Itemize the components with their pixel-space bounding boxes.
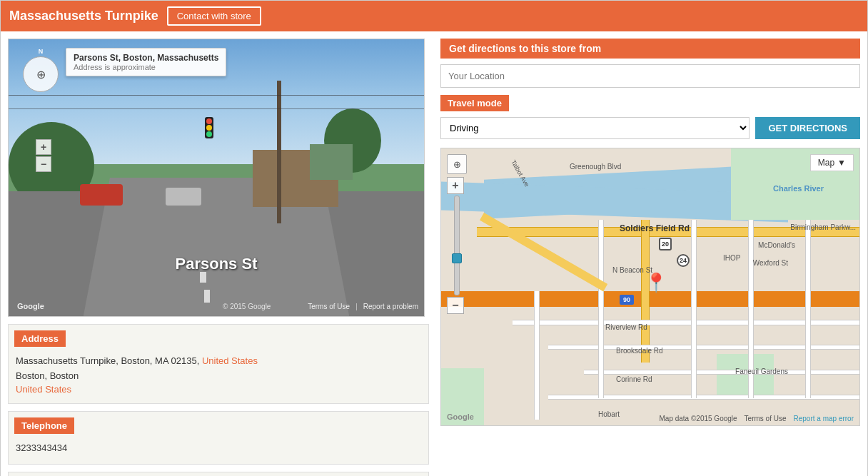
sv-report-link[interactable]: Report a problem: [363, 303, 418, 310]
map-route-24: 24: [677, 254, 690, 267]
map-label-riverview: Riverview Rd: [605, 323, 647, 331]
contact-store-button[interactable]: Contact with store: [167, 6, 261, 26]
right-panel: Get directions to this store from Travel…: [429, 39, 860, 476]
map-label-ihop: IHOP: [723, 254, 740, 262]
main-layout: Parsons St N ⊕ + − Parsons St, Boston, M…: [1, 31, 867, 476]
sv-car: [80, 184, 123, 206]
sv-tooltip-sub: Address is approximate: [74, 63, 218, 71]
map-terms-link[interactable]: Terms of Use: [745, 415, 787, 422]
map-road-v5: [534, 291, 540, 420]
page-title: Massachusetts Turnpike: [9, 9, 158, 24]
map-type-label: Map: [818, 158, 834, 168]
map-type-chevron: ▼: [837, 158, 846, 168]
email-section: [8, 472, 429, 476]
sv-north-label: N: [23, 48, 59, 55]
travel-mode-select[interactable]: Driving Walking Bicycling Transit: [440, 117, 750, 139]
address-line-2: Boston, Boston: [16, 369, 421, 384]
map-road-2: [548, 345, 859, 350]
streetview-container: Parsons St N ⊕ + − Parsons St, Boston, M…: [8, 39, 425, 317]
road-mark-1: [204, 290, 210, 303]
map-type-button[interactable]: Map ▼: [810, 154, 854, 171]
map-zoom-in-btn[interactable]: +: [447, 177, 464, 194]
page-wrapper: Massachusetts Turnpike Contact with stor…: [0, 0, 868, 476]
address-country-link[interactable]: United States: [202, 355, 258, 366]
map-label-mcdonalds: McDonald's: [758, 241, 795, 249]
sv-pole: [277, 81, 281, 223]
map-report-link[interactable]: Report a map error: [794, 415, 854, 422]
address-section-label: Address: [14, 330, 66, 347]
travel-mode-row: Driving Walking Bicycling Transit GET DI…: [440, 117, 860, 139]
map-zoom-controls: ⊕ + −: [447, 154, 467, 314]
map-data-label: Map data ©2015 Google: [659, 415, 737, 422]
map-container[interactable]: Greenough Blvd Charles River Soldiers Fi…: [440, 148, 860, 426]
left-panel: Parsons St N ⊕ + − Parsons St, Boston, M…: [8, 39, 429, 476]
sv-light-red: [206, 118, 212, 124]
map-road-4: [548, 395, 859, 400]
map-slider-handle[interactable]: [452, 253, 462, 263]
address-section: Address Massachusetts Turnpike, Boston, …: [8, 324, 429, 404]
map-road-3: [584, 370, 859, 375]
sv-wire-2: [9, 108, 424, 109]
map-road-v4: [805, 220, 811, 398]
sv-google-logo: Google: [17, 302, 44, 310]
address-content: Massachusetts Turnpike, Boston, MA 02135…: [9, 353, 428, 403]
map-label-corinne: Corinne Rd: [616, 375, 652, 383]
map-route-20: 20: [659, 238, 672, 250]
sv-address-tooltip: Parsons St, Boston, Massachusetts Addres…: [66, 48, 226, 76]
road-mark-2: [200, 272, 206, 283]
sv-copyright: © 2015 Google: [223, 303, 271, 310]
sv-building-2: [310, 144, 353, 180]
sv-tooltip-title: Parsons St, Boston, Massachusetts: [74, 53, 218, 63]
sv-zoom-in-btn[interactable]: +: [36, 139, 51, 155]
get-directions-button[interactable]: GET DIRECTIONS: [755, 117, 860, 139]
map-label-wexford: Wexford St: [753, 259, 788, 267]
map-label-hobart: Hobart: [598, 410, 620, 418]
telephone-content: 3233343434: [9, 440, 428, 465]
sv-footer-links: Terms of Use | Report a problem: [308, 303, 418, 310]
sv-car-2: [166, 188, 201, 206]
sv-zoom-out-btn[interactable]: −: [36, 156, 51, 172]
sv-separator-1: |: [355, 303, 358, 310]
address-line1-text: Massachusetts Turnpike, Boston, MA 02135…: [16, 355, 199, 366]
map-road-v2: [691, 220, 697, 398]
map-label-charles: Charles River: [773, 184, 824, 193]
map-label-soldiers: Soldiers Field Rd: [620, 223, 690, 233]
travel-mode-label: Travel mode: [440, 95, 509, 111]
sv-light-yellow: [206, 125, 212, 131]
sv-street-label: Parsons St: [176, 255, 258, 273]
sv-zoom-controls: + −: [36, 139, 51, 172]
sv-traffic-light: [205, 117, 213, 138]
map-label-greenough: Greenough Blvd: [570, 163, 621, 171]
sv-terms-link[interactable]: Terms of Use: [308, 303, 350, 310]
map-road-v1: [598, 220, 604, 398]
map-label-birmingham: Birmingham Parkw...: [790, 223, 856, 231]
address-line-1: Massachusetts Turnpike, Boston, MA 02135…: [16, 354, 421, 369]
header: Massachusetts Turnpike Contact with stor…: [1, 1, 867, 31]
map-nav-btn[interactable]: ⊕: [447, 154, 467, 174]
map-label-faneuil-gardens: Faneuil Gardens: [735, 368, 788, 375]
map-highway-90: [441, 291, 859, 307]
sv-wire-1: [9, 95, 424, 96]
telephone-number: 3233343434: [16, 441, 421, 456]
telephone-section: Telephone 3233343434: [8, 411, 429, 465]
map-green-2: [717, 354, 774, 397]
sv-nav-control[interactable]: ⊕: [23, 56, 59, 92]
address-us-link[interactable]: United States: [16, 384, 71, 395]
sv-nav-container: N ⊕: [23, 48, 59, 92]
map-label-brooksdale: Brooksdale Rd: [616, 347, 663, 355]
map-google-logo: Google: [447, 412, 474, 421]
map-zoom-slider: [454, 196, 460, 295]
map-footer: Map data ©2015 Google Terms of Use Repor…: [659, 415, 854, 422]
location-input[interactable]: [440, 64, 860, 88]
sv-light-green: [206, 131, 212, 137]
map-zoom-out-btn[interactable]: −: [447, 297, 464, 314]
map-pin-icon: 📍: [645, 273, 667, 292]
telephone-section-label: Telephone: [14, 417, 74, 434]
directions-header: Get directions to this store from: [440, 39, 860, 59]
map-route-90: 90: [620, 295, 634, 305]
map-pin: 📍: [645, 273, 667, 292]
